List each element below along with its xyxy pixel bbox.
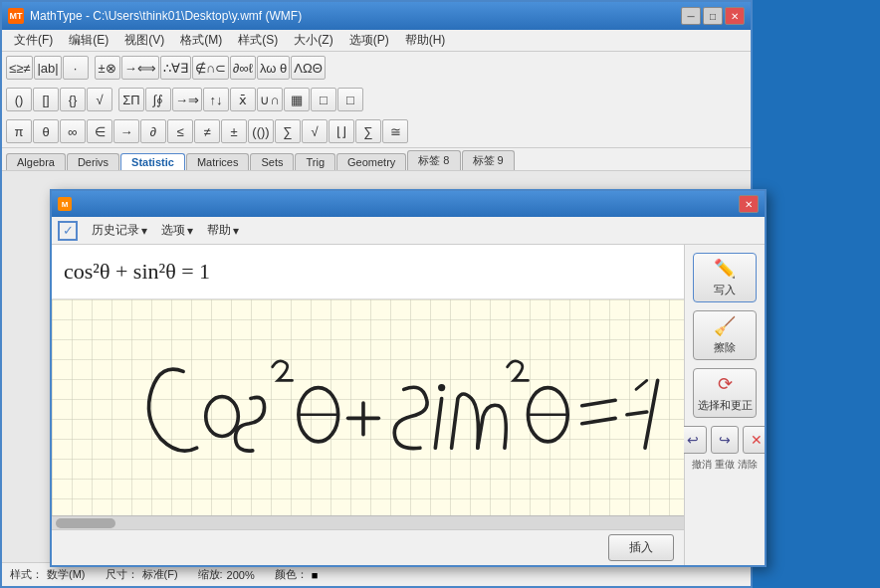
menu-bar: 文件(F) 编辑(E) 视图(V) 格式(M) 样式(S) 大小(Z) 选项(P… — [2, 30, 751, 52]
tool-sqrt2[interactable]: √ — [302, 119, 328, 143]
tab-geometry[interactable]: Geometry — [336, 153, 406, 170]
color-value: ■ — [312, 569, 319, 581]
tool-dot[interactable]: · — [63, 56, 89, 80]
options-arrow-icon: ▾ — [187, 224, 193, 238]
tool-theta[interactable]: θ — [33, 119, 59, 143]
menu-history-label: 历史记录 — [92, 222, 139, 239]
tab-row: Algebra Derivs Statistic Matrices Sets T… — [2, 148, 751, 171]
erase-label: 擦除 — [714, 340, 736, 355]
tab-matrices[interactable]: Matrices — [186, 153, 250, 170]
write-label: 写入 — [714, 283, 736, 297]
tool-leq[interactable]: ≤≥≠ — [6, 56, 33, 80]
tool-notin[interactable]: ∉∩⊂ — [192, 56, 229, 80]
menu-file[interactable]: 文件(F) — [6, 30, 61, 51]
write-button[interactable]: ✏️ 写入 — [693, 253, 757, 302]
undo-label: 撤消 — [692, 459, 712, 470]
tool-arrows2[interactable]: →⇒ — [172, 88, 202, 111]
menu-edit[interactable]: 编辑(E) — [61, 30, 116, 51]
menu-dialog-help[interactable]: 帮助 ▾ — [201, 220, 245, 241]
menu-size[interactable]: 大小(Z) — [286, 30, 340, 51]
tool-partial[interactable]: ∂∞ℓ — [230, 56, 256, 80]
zoom-label: 缩放: — [198, 567, 223, 582]
tool-arrow[interactable]: →⟺ — [121, 56, 159, 80]
tool-neq[interactable]: ≠ — [194, 119, 220, 143]
svg-point-6 — [438, 384, 445, 391]
tab-derivs[interactable]: Derivs — [67, 153, 119, 170]
tool-plusminus[interactable]: ±⊗ — [95, 56, 120, 80]
maximize-button[interactable]: □ — [703, 7, 723, 25]
tab-algebra[interactable]: Algebra — [6, 153, 66, 170]
tab-sets[interactable]: Sets — [250, 153, 294, 170]
tool-brace[interactable]: {} — [60, 88, 86, 111]
tab-label9[interactable]: 标签 9 — [462, 150, 515, 170]
close-button[interactable]: ✕ — [725, 7, 745, 25]
tool-sum[interactable]: ΣΠ — [118, 88, 144, 111]
tool-grid[interactable]: ▦ — [284, 88, 310, 111]
tool-union[interactable]: ∪∩ — [257, 88, 283, 111]
tool-paren[interactable]: () — [6, 88, 32, 111]
scroll-thumb[interactable] — [56, 518, 115, 528]
tool-sum2[interactable]: ∑ — [275, 119, 301, 143]
menu-format[interactable]: 格式(M) — [172, 30, 230, 51]
status-color: 颜色： ■ — [275, 567, 319, 582]
drawing-canvas[interactable] — [52, 299, 684, 515]
select-correct-button[interactable]: ⟳ 选择和更正 — [693, 368, 757, 418]
tool-pm2[interactable]: ± — [221, 119, 247, 143]
menu-dialog-options[interactable]: 选项 ▾ — [155, 220, 199, 241]
tool-lambda[interactable]: λω θ — [257, 56, 290, 80]
style-value[interactable]: 数学(M) — [47, 567, 86, 582]
menu-view[interactable]: 视图(V) — [116, 30, 172, 51]
menu-history[interactable]: 历史记录 ▾ — [86, 220, 153, 241]
select-label: 选择和更正 — [698, 398, 753, 413]
erase-button[interactable]: 🧹 擦除 — [693, 310, 757, 360]
tool-abs[interactable]: |ab| — [34, 56, 61, 80]
tab-statistic[interactable]: Statistic — [120, 153, 185, 170]
clear-button[interactable]: ✕ — [743, 426, 765, 454]
tool-approx[interactable]: ≅ — [382, 119, 408, 143]
right-panel: ✏️ 写入 🧹 擦除 ⟳ 选择和更正 ↩ ↪ ✕ — [685, 245, 765, 565]
svg-line-9 — [582, 400, 615, 405]
redo-button[interactable]: ↪ — [711, 426, 739, 454]
tool-integral[interactable]: ∫∮ — [145, 88, 171, 111]
svg-line-5 — [435, 398, 441, 448]
tab-trig[interactable]: Trig — [295, 153, 335, 170]
tool-dparen[interactable]: (()) — [248, 119, 274, 143]
menu-help[interactable]: 帮助(H) — [397, 30, 454, 51]
tool-in[interactable]: ∈ — [87, 119, 112, 143]
tool-therefore[interactable]: ∴∀∃ — [160, 56, 191, 80]
tab-label8[interactable]: 标签 8 — [407, 150, 460, 170]
horizontal-scrollbar[interactable] — [52, 515, 684, 529]
tool-frac[interactable]: □ — [311, 88, 336, 111]
tool-lambda2[interactable]: ΛΩΘ — [291, 56, 326, 80]
size-value[interactable]: 标准(F) — [142, 567, 178, 582]
dialog-close-button[interactable]: ✕ — [739, 195, 759, 213]
toolbar-row-3: π θ ∞ ∈ → ∂ ≤ ≠ ± (()) ∑ √ ⌊⌋ ∑ ≅ — [2, 115, 751, 147]
tool-overline[interactable]: x̄ — [230, 88, 256, 111]
tool-pi[interactable]: π — [6, 119, 32, 143]
tool-infty[interactable]: ∞ — [60, 119, 86, 143]
menu-options-label: 选项 — [161, 222, 185, 239]
status-style: 样式： 数学(M) — [10, 567, 86, 582]
menu-options[interactable]: 选项(P) — [341, 30, 397, 51]
dialog-content: cos²θ + sin²θ = 1 — [52, 245, 765, 565]
tool-ud-arrows[interactable]: ↑↓ — [203, 88, 229, 111]
insert-button[interactable]: 插入 — [608, 534, 674, 561]
tool-sum3[interactable]: ∑ — [355, 119, 381, 143]
tool-misc[interactable]: □ — [337, 88, 363, 111]
help-arrow-icon: ▾ — [233, 224, 239, 238]
svg-line-12 — [645, 380, 658, 448]
formula-preview: cos²θ + sin²θ = 1 — [52, 245, 684, 299]
tool-floor[interactable]: ⌊⌋ — [329, 119, 354, 143]
tool-bracket[interactable]: [] — [33, 88, 59, 111]
tool-partial2[interactable]: ∂ — [140, 119, 166, 143]
tool-sqrt[interactable]: √ — [87, 88, 112, 111]
title-controls: ─ □ ✕ — [681, 7, 745, 25]
dialog-checkbox[interactable]: ✓ — [58, 221, 78, 241]
menu-style[interactable]: 样式(S) — [230, 30, 286, 51]
minimize-button[interactable]: ─ — [681, 7, 701, 25]
tool-leq2[interactable]: ≤ — [167, 119, 193, 143]
tool-rightarrow[interactable]: → — [113, 119, 139, 143]
redo-label: 重做 — [715, 459, 735, 470]
handwriting-dialog: M ✕ ✓ 历史记录 ▾ 选项 ▾ 帮助 ▾ cos²θ + sin²θ = 1 — [50, 189, 767, 567]
dialog-title-bar: M ✕ — [52, 191, 765, 217]
